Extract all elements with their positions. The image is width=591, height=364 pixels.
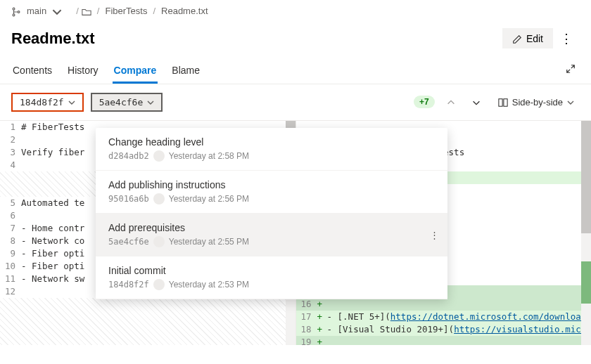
diff-placeholder	[0, 298, 296, 345]
pencil-icon	[512, 32, 522, 44]
view-mode-label: Side-by-side	[512, 97, 563, 108]
commit-picker-left[interactable]: 184d8f2f	[11, 93, 84, 112]
diff-scrollbar-right[interactable]	[581, 121, 591, 345]
line-number: 18	[296, 323, 317, 336]
commit-meta: 95016a6bYesterday at 2:56 PM	[108, 193, 435, 204]
page-title: Readme.txt	[11, 30, 95, 48]
commit-title: Add publishing instructions	[108, 179, 435, 190]
commit-dropdown-item[interactable]: Add publishing instructions95016a6bYeste…	[96, 171, 447, 214]
tabs: Contents History Compare Blame	[0, 59, 591, 84]
line-number: 9	[0, 247, 21, 260]
diff-line: 16	[296, 298, 592, 311]
commit-dropdown-item[interactable]: Initial commit184d8f2fYesterday at 2:53 …	[96, 256, 447, 299]
line-number: 1	[0, 121, 21, 134]
side-by-side-icon	[498, 97, 508, 108]
line-number: 4	[0, 159, 21, 171]
tab-contents[interactable]: Contents	[11, 59, 53, 84]
svg-rect-4	[504, 99, 507, 107]
svg-rect-3	[499, 99, 502, 107]
line-number: 8	[0, 235, 21, 247]
commit-time: Yesterday at 2:58 PM	[169, 151, 249, 161]
diff-count-badge: +7	[414, 96, 435, 108]
line-number: 3	[0, 146, 21, 159]
commit-meta: d284adb2Yesterday at 2:58 PM	[108, 150, 435, 162]
breadcrumb: main / / FiberTests / Readme.txt	[0, 0, 591, 22]
more-button[interactable]: ⋮	[553, 27, 580, 51]
edit-label: Edit	[526, 33, 543, 44]
avatar-icon	[153, 150, 165, 162]
link[interactable]: https://dotnet.microsoft.com/download	[390, 311, 586, 322]
line-number: 7	[0, 222, 21, 235]
line-number: 6	[0, 209, 21, 222]
chevron-down-icon	[567, 97, 574, 108]
line-number: 5	[0, 197, 21, 209]
line-text	[327, 298, 592, 311]
commit-hash: 95016a6b	[108, 194, 149, 204]
tab-history[interactable]: History	[66, 59, 100, 84]
breadcrumb-sep: /	[153, 6, 155, 16]
compare-toolbar: 184d8f2f 5ae4cf6e +7 Side-by-side	[0, 84, 591, 120]
avatar-icon	[153, 193, 165, 204]
branch-icon	[11, 6, 21, 17]
commit-title: Initial commit	[108, 265, 435, 276]
commit-hash: 184d8f2f	[108, 280, 149, 290]
line-number: 17	[296, 311, 317, 323]
commit-time: Yesterday at 2:53 PM	[169, 280, 249, 290]
svg-point-2	[18, 11, 20, 13]
fullscreen-button[interactable]	[561, 59, 580, 84]
diff-marker	[317, 311, 327, 323]
link[interactable]: https://visualstudio.microsof	[454, 324, 591, 334]
diff-line: 19	[296, 336, 592, 345]
breadcrumb-folder[interactable]: FiberTests	[105, 6, 147, 16]
commit-dropdown-item[interactable]: Add prerequisites5ae4cf6eYesterday at 2:…	[96, 214, 447, 256]
avatar-icon	[153, 279, 165, 290]
folder-icon	[82, 6, 91, 17]
next-diff-button[interactable]	[467, 93, 485, 112]
commit-picker-right[interactable]: 5ae4cf6e	[91, 93, 163, 112]
commit-time: Yesterday at 2:55 PM	[169, 237, 249, 247]
commit-left-hash: 184d8f2f	[20, 97, 64, 108]
chevron-down-icon	[147, 97, 154, 108]
svg-point-0	[13, 8, 15, 10]
line-number: 12	[0, 285, 21, 298]
line-text: - [.NET 5+](https://dotnet.microsoft.com…	[327, 311, 592, 323]
chevron-down-icon	[68, 97, 75, 108]
breadcrumb-sep: /	[76, 6, 79, 16]
commit-right-hash: 5ae4cf6e	[99, 97, 144, 108]
diff-marker	[317, 323, 327, 336]
diff-marker	[317, 336, 327, 345]
diff-line: 17- [.NET 5+](https://dotnet.microsoft.c…	[296, 311, 592, 323]
prev-diff-button[interactable]	[442, 93, 460, 112]
commit-hash: d284adb2	[108, 151, 149, 161]
line-number: 16	[296, 298, 317, 311]
svg-point-1	[13, 14, 15, 16]
commit-meta: 5ae4cf6eYesterday at 2:55 PM	[108, 236, 435, 247]
edit-button[interactable]: Edit	[502, 28, 553, 48]
line-number: 2	[0, 134, 21, 146]
line-number: 10	[0, 260, 21, 273]
more-vertical-icon[interactable]: ⋮	[430, 230, 439, 240]
breadcrumb-file[interactable]: Readme.txt	[161, 6, 208, 16]
line-number: 19	[296, 336, 317, 345]
commit-dropdown-item[interactable]: Change heading leveld284adb2Yesterday at…	[96, 128, 447, 171]
line-number: 11	[0, 273, 21, 285]
commit-time: Yesterday at 2:56 PM	[169, 194, 249, 204]
commit-meta: 184d8f2fYesterday at 2:53 PM	[108, 279, 435, 290]
diff-marker	[317, 298, 327, 311]
line-text: - [Visual Studio 2019+](https://visualst…	[327, 323, 592, 336]
view-mode-picker[interactable]: Side-by-side	[493, 94, 580, 111]
tab-compare[interactable]: Compare	[113, 59, 158, 84]
diff-line: 18- [Visual Studio 2019+](https://visual…	[296, 323, 592, 336]
tab-blame[interactable]: Blame	[170, 59, 201, 84]
commit-title: Change heading level	[108, 136, 435, 148]
commit-hash: 5ae4cf6e	[108, 237, 149, 247]
branch-name[interactable]: main	[27, 6, 46, 16]
more-vertical-icon: ⋮	[560, 32, 573, 46]
chevron-down-icon[interactable]	[52, 6, 62, 17]
line-text	[327, 336, 592, 345]
commit-title: Add prerequisites	[108, 222, 435, 233]
avatar-icon	[153, 236, 165, 247]
page-title-row: Readme.txt Edit ⋮	[0, 22, 591, 59]
breadcrumb-sep: /	[97, 6, 100, 16]
commit-dropdown: Change heading leveld284adb2Yesterday at…	[96, 128, 447, 299]
